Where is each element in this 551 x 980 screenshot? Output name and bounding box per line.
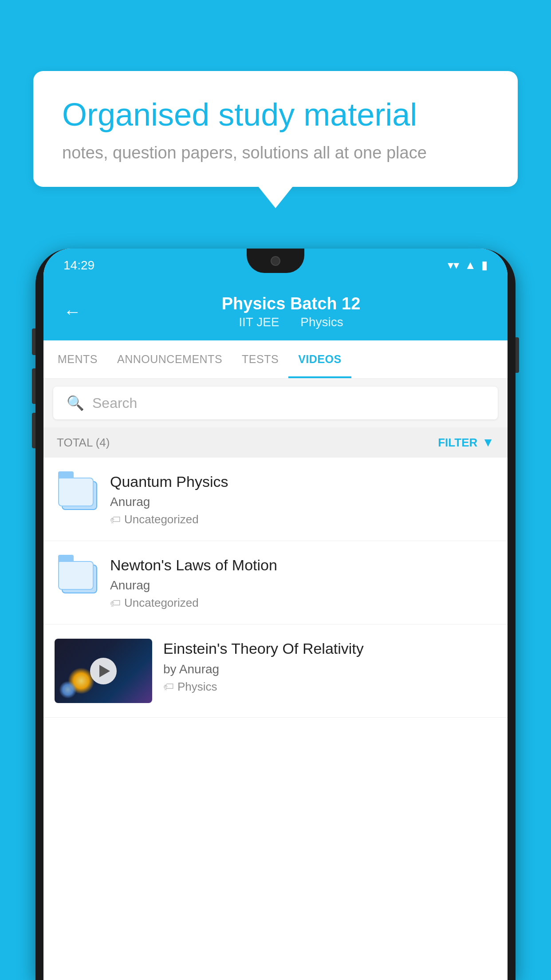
item-author: Anurag [110, 578, 496, 593]
battery-icon: ▮ [481, 258, 488, 272]
phone-screen: 14:29 ▾▾ ▲ ▮ ← Physics Batch 12 IIT JEE … [43, 249, 508, 980]
folder-icon [58, 561, 96, 599]
tag-label: Uncategorized [124, 596, 199, 610]
notch [247, 249, 304, 273]
tab-ments[interactable]: MENTS [48, 340, 107, 378]
tag-label: Physics [177, 680, 217, 694]
search-placeholder: Search [92, 395, 137, 411]
app-header: ← Physics Batch 12 IIT JEE Physics [43, 282, 508, 340]
folder-icon [58, 478, 96, 515]
header-title-area: Physics Batch 12 IIT JEE Physics [94, 294, 488, 329]
filter-button[interactable]: FILTER ▼ [438, 435, 494, 450]
item-thumbnail-quantum [55, 472, 99, 521]
total-count: TOTAL (4) [57, 436, 110, 450]
search-icon: 🔍 [67, 395, 84, 411]
filter-row: TOTAL (4) FILTER ▼ [43, 427, 508, 458]
tab-tests[interactable]: TESTS [232, 340, 288, 378]
tag-icon: 🏷 [110, 597, 121, 609]
wifi-icon: ▾▾ [448, 258, 459, 272]
item-thumbnail-newton [55, 555, 99, 604]
item-title: Quantum Physics [110, 472, 496, 491]
item-title: Einstein's Theory Of Relativity [163, 639, 496, 658]
item-thumbnail-einstein [55, 639, 152, 703]
power-button [516, 337, 519, 373]
list-item[interactable]: Quantum Physics Anurag 🏷 Uncategorized [43, 458, 508, 541]
search-container: 🔍 Search [43, 379, 508, 427]
item-tag: 🏷 Uncategorized [110, 513, 496, 526]
search-bar[interactable]: 🔍 Search [53, 387, 498, 419]
tab-videos[interactable]: VIDEOS [288, 340, 351, 378]
tabs-bar: MENTS ANNOUNCEMENTS TESTS VIDEOS [43, 340, 508, 379]
item-tag: 🏷 Physics [163, 680, 496, 694]
list-item[interactable]: Einstein's Theory Of Relativity by Anura… [43, 624, 508, 718]
bubble-title: Organised study material [62, 95, 489, 134]
back-button[interactable]: ← [63, 302, 81, 322]
speech-bubble-container: Organised study material notes, question… [33, 71, 518, 187]
filter-label: FILTER [438, 436, 477, 450]
item-tag: 🏷 Uncategorized [110, 596, 496, 610]
tag-label: Uncategorized [124, 513, 199, 526]
item-author: Anurag [110, 495, 496, 509]
silent-button [32, 413, 35, 448]
camera [271, 256, 280, 266]
play-icon [99, 665, 110, 677]
video-list: Quantum Physics Anurag 🏷 Uncategorized [43, 458, 508, 718]
item-author: by Anurag [163, 662, 496, 676]
item-info-quantum: Quantum Physics Anurag 🏷 Uncategorized [110, 472, 496, 526]
tag-icon: 🏷 [163, 680, 174, 693]
play-button[interactable] [90, 658, 117, 684]
filter-icon: ▼ [482, 435, 494, 450]
speech-bubble: Organised study material notes, question… [33, 71, 518, 187]
header-subtitle-physics: Physics [300, 315, 343, 329]
status-icons: ▾▾ ▲ ▮ [448, 258, 488, 272]
item-info-einstein: Einstein's Theory Of Relativity by Anura… [163, 639, 496, 693]
bubble-subtitle: notes, question papers, solutions all at… [62, 143, 489, 162]
tab-announcements[interactable]: ANNOUNCEMENTS [107, 340, 232, 378]
status-time: 14:29 [63, 258, 94, 273]
header-subtitle: IIT JEE Physics [94, 315, 488, 329]
item-title: Newton's Laws of Motion [110, 555, 496, 575]
list-item[interactable]: Newton's Laws of Motion Anurag 🏷 Uncateg… [43, 541, 508, 624]
status-bar: 14:29 ▾▾ ▲ ▮ [43, 249, 508, 282]
header-title: Physics Batch 12 [94, 294, 488, 313]
signal-icon: ▲ [464, 258, 476, 272]
header-subtitle-iit: IIT JEE [239, 315, 279, 329]
volume-down-button [32, 368, 35, 404]
phone-frame: 14:29 ▾▾ ▲ ▮ ← Physics Batch 12 IIT JEE … [35, 249, 516, 980]
volume-up-button [32, 328, 35, 355]
tag-icon: 🏷 [110, 514, 121, 526]
item-info-newton: Newton's Laws of Motion Anurag 🏷 Uncateg… [110, 555, 496, 610]
glow-effect-2 [59, 681, 77, 699]
